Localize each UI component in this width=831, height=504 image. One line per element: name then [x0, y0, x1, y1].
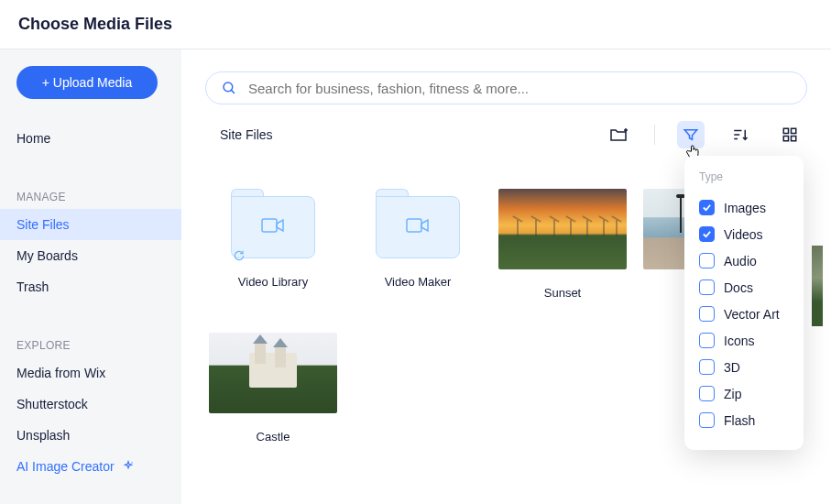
file-item-castle[interactable]: Castle — [209, 333, 337, 444]
sidebar: + Upload Media Home MANAGE Site FilesMy … — [0, 49, 181, 504]
svg-rect-10 — [792, 128, 796, 133]
file-thumbnail-cropped[interactable] — [812, 246, 823, 326]
file-item-video-library[interactable]: Video Library — [209, 189, 337, 300]
svg-point-0 — [131, 462, 132, 463]
file-label: Sunset — [544, 286, 581, 300]
checkbox[interactable] — [699, 200, 715, 215]
header: Choose Media Files — [0, 0, 831, 49]
checkbox[interactable] — [699, 253, 715, 268]
video-icon — [261, 216, 285, 235]
sidebar-item-ai-image-creator[interactable]: AI Image Creator — [0, 451, 181, 482]
svg-rect-9 — [783, 128, 788, 133]
file-item-video-maker[interactable]: Video Maker — [354, 189, 482, 300]
sidebar-section-manage: MANAGE — [0, 183, 181, 209]
checkbox[interactable] — [699, 279, 715, 295]
filter-option-label: Vector Art — [724, 307, 780, 322]
filter-option-videos[interactable]: Videos — [699, 221, 789, 247]
toolbar: Site Files — [205, 121, 807, 148]
svg-rect-11 — [783, 137, 788, 141]
filter-option-docs[interactable]: Docs — [699, 274, 789, 301]
folder-thumbnail — [231, 189, 315, 258]
search-icon — [221, 80, 237, 96]
checkbox[interactable] — [699, 359, 715, 375]
filter-option-label: Videos — [724, 227, 763, 242]
image-thumbnail — [209, 333, 337, 413]
filter-icon — [683, 126, 699, 143]
checkbox[interactable] — [699, 386, 715, 401]
svg-rect-12 — [792, 137, 796, 141]
filter-option-label: Icons — [724, 334, 754, 348]
sparkle-icon — [122, 460, 135, 473]
image-thumbnail — [498, 189, 627, 269]
filter-button[interactable] — [677, 121, 705, 148]
refresh-icon — [233, 249, 246, 262]
file-label: Castle — [257, 430, 290, 444]
filter-option-label: Docs — [724, 280, 753, 295]
upload-media-button[interactable]: + Upload Media — [16, 66, 158, 99]
sort-button[interactable] — [727, 121, 754, 148]
sidebar-item-my-boards[interactable]: My Boards — [0, 240, 181, 271]
filter-option-icons[interactable]: Icons — [699, 327, 789, 354]
filter-panel: Type ImagesVideosAudioDocsVector ArtIcon… — [684, 156, 804, 450]
sidebar-section-explore: EXPLORE — [0, 332, 181, 357]
filter-option-3d[interactable]: 3D — [699, 354, 789, 380]
main-panel: Site Files Video LibraryVideo MakerSunse — [181, 49, 831, 504]
search-bar[interactable] — [205, 71, 807, 104]
sidebar-item-unsplash[interactable]: Unsplash — [0, 420, 181, 451]
filter-option-label: Zip — [724, 387, 741, 401]
svg-rect-14 — [407, 219, 421, 232]
page-title: Choose Media Files — [18, 15, 813, 34]
view-grid-button[interactable] — [776, 121, 804, 148]
filter-option-vector-art[interactable]: Vector Art — [699, 301, 789, 327]
checkbox[interactable] — [699, 226, 715, 242]
sidebar-item-media-from-wix[interactable]: Media from Wix — [0, 357, 181, 389]
filter-option-flash[interactable]: Flash — [699, 407, 789, 433]
filter-option-label: Images — [724, 201, 766, 215]
grid-icon — [782, 126, 798, 143]
file-item-sunset[interactable]: Sunset — [498, 189, 627, 300]
svg-point-1 — [224, 82, 233, 92]
sidebar-item-trash[interactable]: Trash — [0, 271, 181, 302]
file-label: Video Library — [238, 275, 308, 289]
video-icon — [406, 216, 430, 235]
filter-option-label: 3D — [724, 360, 740, 375]
sidebar-item-site-files[interactable]: Site Files — [0, 209, 181, 240]
filter-option-label: Audio — [724, 254, 757, 268]
svg-rect-13 — [262, 219, 277, 232]
file-label: Video Maker — [385, 275, 452, 289]
checkbox[interactable] — [699, 306, 715, 322]
sidebar-item-shutterstock[interactable]: Shutterstock — [0, 389, 181, 420]
checkbox[interactable] — [699, 412, 715, 428]
filter-option-audio[interactable]: Audio — [699, 247, 789, 274]
filter-option-images[interactable]: Images — [699, 194, 789, 221]
filter-option-zip[interactable]: Zip — [699, 380, 789, 407]
sort-icon — [732, 126, 749, 143]
filter-option-label: Flash — [724, 413, 755, 428]
folder-plus-icon — [609, 126, 628, 143]
folder-thumbnail — [376, 189, 460, 258]
search-input[interactable] — [248, 81, 792, 96]
new-folder-button[interactable] — [605, 121, 632, 148]
svg-line-2 — [231, 90, 235, 93]
checkbox[interactable] — [699, 333, 715, 348]
breadcrumb: Site Files — [209, 127, 273, 142]
sidebar-item-home[interactable]: Home — [0, 123, 181, 154]
toolbar-divider — [654, 125, 655, 145]
filter-panel-title: Type — [699, 170, 789, 183]
